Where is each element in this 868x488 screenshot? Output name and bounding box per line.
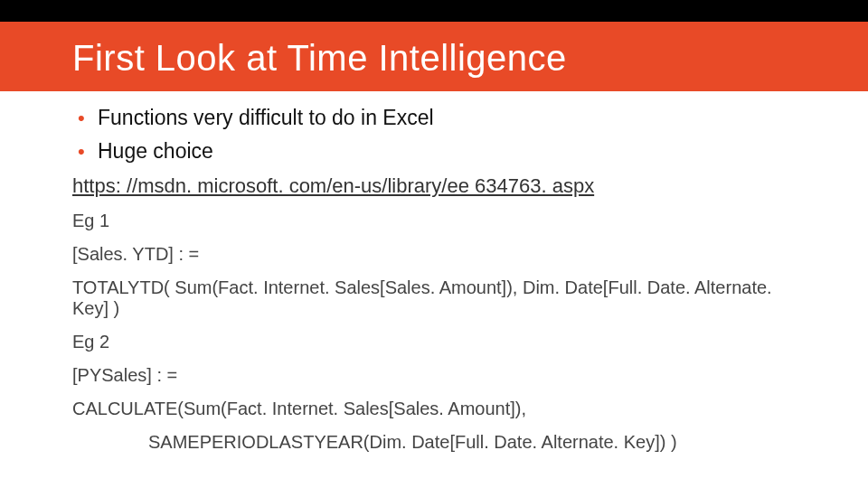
eg1-label: Eg 1: [72, 211, 796, 231]
eg1-measure: [Sales. YTD] : =: [72, 244, 796, 265]
bullet-icon: •: [72, 142, 98, 162]
eg2-formula-line1: CALCULATE(Sum(Fact. Internet. Sales[Sale…: [72, 399, 796, 419]
eg1-formula: TOTALYTD( Sum(Fact. Internet. Sales[Sale…: [72, 277, 796, 319]
top-black-strip: [0, 0, 868, 22]
eg2-label: Eg 2: [72, 332, 796, 352]
title-band: First Look at Time Intelligence: [0, 22, 868, 91]
eg2-formula-line2: SAMEPERIODLASTYEAR(Dim. Date[Full. Date.…: [72, 432, 796, 453]
bullet-text: Functions very difficult to do in Excel: [98, 106, 434, 130]
bullet-list: • Functions very difficult to do in Exce…: [72, 106, 796, 164]
bullet-icon: •: [72, 108, 98, 128]
content-area: • Functions very difficult to do in Exce…: [0, 91, 868, 453]
slide-title: First Look at Time Intelligence: [72, 38, 868, 79]
bullet-item: • Functions very difficult to do in Exce…: [72, 106, 796, 130]
reference-link[interactable]: https: //msdn. microsoft. com/en-us/libr…: [72, 174, 594, 198]
bullet-item: • Huge choice: [72, 139, 796, 164]
bullet-text: Huge choice: [98, 139, 213, 164]
eg2-measure: [PYSales] : =: [72, 365, 796, 386]
